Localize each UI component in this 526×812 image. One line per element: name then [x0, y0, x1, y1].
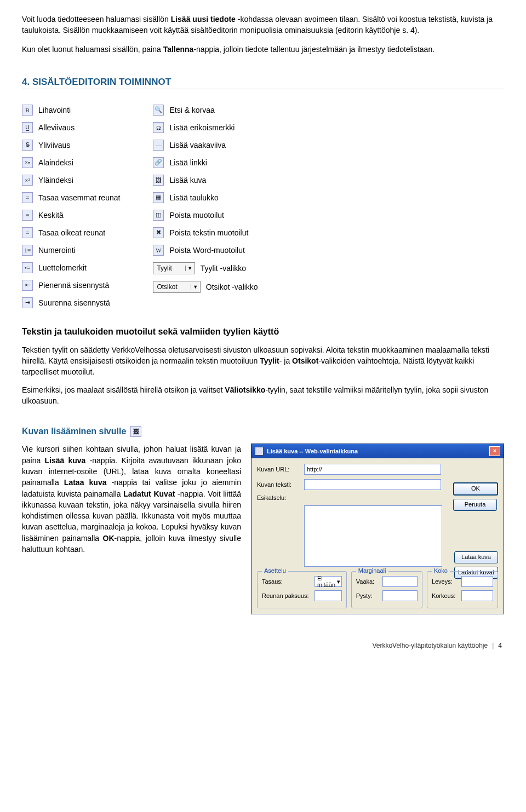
editor-function-row: ▦Lisää taulukko [153, 192, 258, 203]
vmargin-input[interactable] [382, 590, 418, 601]
editor-function-label: Alleviivaus [38, 123, 75, 132]
hmargin-input[interactable] [382, 576, 418, 587]
align-left-icon[interactable]: ≡ [22, 192, 33, 203]
link-icon[interactable]: 🔗 [153, 157, 164, 168]
editor-functions-table: BLihavointiU̲AlleviivausS̶Yliviivaus×₂Al… [22, 105, 504, 308]
editor-function-row: ×²Yläindeksi [22, 175, 120, 186]
dialog-title-text: Lisää kuva -- Web-valintaikkuna [267, 448, 358, 454]
chevron-down-icon: ▾ [337, 578, 340, 585]
editor-function-row: •≡Luettelomerkit [22, 262, 120, 273]
editor-function-row: ◫Poista muotoilut [153, 210, 258, 221]
image-icon[interactable]: 🖼 [153, 175, 164, 186]
headings-select[interactable]: Otsikot▼ [153, 281, 200, 293]
editor-function-row: U̲Alleviivaus [22, 122, 120, 133]
page-footer: VerkkoVelho-ylläpitotyökalun käyttöohje|… [22, 642, 504, 649]
width-input[interactable] [461, 576, 493, 587]
image-text-input[interactable] [304, 479, 441, 490]
border-input[interactable] [315, 590, 342, 601]
clear-text-format-icon[interactable]: ✖ [153, 227, 164, 238]
styles-select[interactable]: Tyylit▼ [153, 262, 195, 274]
editor-function-row: S̶Yliviivaus [22, 140, 120, 151]
width-label: Leveys: [432, 578, 459, 585]
editor-function-row: ⇤Pienennä sisennystä [22, 280, 120, 291]
editor-function-row: ≡Tasaa vasemmat reunat [22, 192, 120, 203]
editor-function-label: Lihavointi [38, 106, 71, 114]
clear-format-icon[interactable]: ◫ [153, 210, 164, 221]
editor-function-row: 🖼Lisää kuva [153, 175, 258, 186]
preview-label: Esikatselu: [257, 494, 301, 501]
layout-legend: Asettelu [262, 567, 288, 574]
decrease-indent-icon[interactable]: ⇤ [22, 280, 33, 291]
close-icon[interactable]: × [489, 446, 500, 456]
editor-function-label: Lisää taulukko [169, 193, 219, 202]
bold-icon[interactable]: B [22, 105, 33, 116]
editor-function-label: Etsi & korvaa [169, 106, 214, 114]
numbered-list-icon[interactable]: 1≡ [22, 245, 33, 256]
styling-paragraph-1: Tekstien tyylit on säädetty VerkkoVelhos… [22, 344, 504, 378]
url-input[interactable]: http:// [304, 464, 441, 475]
table-icon[interactable]: ▦ [153, 192, 164, 203]
editor-function-label: Alaindeksi [38, 158, 73, 167]
editor-function-row: ΩLisää erikoismerkki [153, 122, 258, 133]
editor-function-row: WPoista Word-muotoilut [153, 245, 258, 256]
editor-function-label: Pienennä sisennystä [38, 281, 109, 290]
cancel-button[interactable]: Peruuta [453, 499, 497, 511]
editor-function-label: Tyylit -valikko [201, 264, 246, 273]
editor-function-label: Yliviivaus [38, 141, 70, 149]
image-text-label: Kuvan teksti: [257, 481, 301, 488]
url-label: Kuvan URL: [257, 466, 301, 473]
editor-function-label: Suurenna sisennystä [38, 298, 110, 307]
border-label: Reunan paksuus: [262, 592, 312, 599]
editor-function-label: Numerointi [38, 246, 76, 255]
special-char-icon[interactable]: Ω [153, 122, 164, 133]
editor-function-label: Poista tekstin muotoilut [169, 228, 248, 237]
editor-function-label: Lisää linkki [169, 158, 207, 167]
editor-function-row: ✖Poista tekstin muotoilut [153, 227, 258, 238]
underline-icon[interactable]: U̲ [22, 122, 33, 133]
editor-function-row: 1≡Numerointi [22, 245, 120, 256]
dialog-titlebar: Lisää kuva -- Web-valintaikkuna × [251, 444, 504, 458]
subscript-icon[interactable]: ×₂ [22, 157, 33, 168]
add-image-title: Kuvan lisääminen sivulle 🖼 [22, 426, 504, 437]
horizontal-rule-icon[interactable]: — [153, 140, 164, 151]
hmargin-label: Vaaka: [356, 578, 380, 585]
editor-function-row: 🔗Lisää linkki [153, 157, 258, 168]
editor-function-row: Tyylit▼Tyylit -valikko [153, 262, 258, 274]
editor-function-label: Luettelomerkit [38, 263, 87, 272]
align-label: Tasaus: [262, 578, 312, 585]
clear-word-format-icon[interactable]: W [153, 245, 164, 256]
margin-legend: Marginaali [356, 567, 388, 574]
strikethrough-icon[interactable]: S̶ [22, 140, 33, 151]
find-replace-icon[interactable]: 🔍 [153, 105, 164, 116]
editor-function-row: ×₂Alaindeksi [22, 157, 120, 168]
height-input[interactable] [461, 590, 493, 601]
dialog-app-icon [255, 447, 264, 456]
align-select[interactable]: Ei mitään▾ [315, 576, 342, 587]
height-label: Korkeus: [432, 592, 459, 599]
bullet-list-icon[interactable]: •≡ [22, 262, 33, 273]
load-image-button[interactable]: Lataa kuva [454, 551, 498, 563]
editor-function-label: Poista muotoilut [169, 211, 224, 220]
editor-function-label: Lisää vaakaviiva [169, 141, 226, 149]
editor-function-label: Keskitä [38, 211, 64, 220]
align-center-icon[interactable]: ≡ [22, 210, 33, 221]
editor-function-label: Lisää erikoismerkki [169, 123, 235, 132]
editor-function-label: Otsikot -valikko [206, 283, 258, 291]
image-icon: 🖼 [130, 426, 141, 437]
align-right-icon[interactable]: ≡ [22, 227, 33, 238]
section-4-title: 4. SISÄLTÖEDITORIN TOIMINNOT [22, 77, 504, 89]
ok-button[interactable]: OK [453, 482, 498, 496]
vmargin-label: Pysty: [356, 592, 380, 599]
superscript-icon[interactable]: ×² [22, 175, 33, 186]
increase-indent-icon[interactable]: ⇥ [22, 297, 33, 308]
insert-image-dialog: Lisää kuva -- Web-valintaikkuna × Kuvan … [251, 444, 504, 614]
editor-function-row: BLihavointi [22, 105, 120, 116]
editor-function-row: ≡Keskitä [22, 210, 120, 221]
chevron-down-icon: ▼ [191, 284, 200, 290]
editor-function-label: Poista Word-muotoilut [169, 246, 244, 255]
size-legend: Koko [432, 567, 450, 574]
editor-function-row: Otsikot▼Otsikot -valikko [153, 281, 258, 293]
editor-function-label: Lisää kuva [169, 176, 206, 185]
chevron-down-icon: ▼ [185, 266, 195, 271]
add-image-paragraph: Vie kursori siihen kohtaan sivulla, joho… [22, 444, 241, 555]
